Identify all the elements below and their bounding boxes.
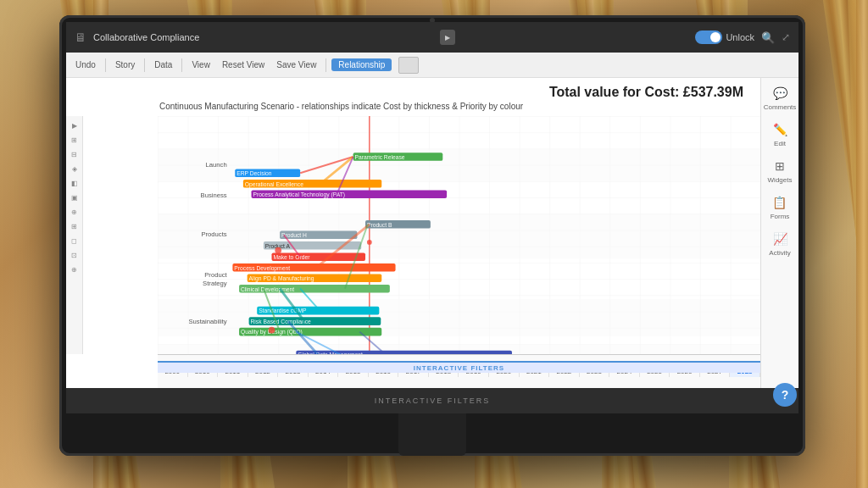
sidebar-item-comments[interactable]: 💬 Comments: [764, 85, 797, 111]
svg-text:Operational Excellence: Operational Excellence: [245, 181, 303, 188]
reset-view-button[interactable]: Reset View: [218, 58, 269, 71]
right-sidebar: 💬 Comments ✏️ Edit ⊞ Widgets 📋 Forms 📈 A…: [760, 78, 798, 388]
data-button[interactable]: Data: [150, 58, 176, 71]
forms-label: Forms: [771, 213, 790, 220]
activity-label: Activity: [769, 249, 790, 257]
topbar-left: 🖥 Collaborative Compliance: [75, 30, 199, 44]
svg-text:Clinical Development: Clinical Development: [241, 286, 294, 293]
svg-point-69: [275, 247, 281, 254]
app-toolbar: Undo Story Data View Reset View Save Vie…: [66, 53, 798, 78]
svg-text:Business: Business: [201, 191, 227, 199]
svg-text:Sustainability: Sustainability: [188, 318, 226, 325]
svg-text:Process Analytical Technology : Process Analytical Technology (PAT): [253, 191, 345, 198]
svg-text:Strategy: Strategy: [203, 280, 227, 287]
nav-icon-8[interactable]: ⊞: [69, 220, 81, 232]
edit-icon: ✏️: [771, 121, 788, 138]
chart-subtitle: Continuous Manufacturing Scenario - rela…: [159, 102, 523, 111]
edit-label: Edit: [774, 140, 786, 147]
toggle-switch[interactable]: [695, 30, 722, 44]
relationship-tab[interactable]: Relationship: [331, 58, 392, 71]
unlock-toggle[interactable]: Unlock: [695, 30, 754, 44]
nav-icon-2[interactable]: ⊞: [69, 134, 81, 146]
nav-icon-4[interactable]: ◈: [69, 163, 81, 175]
comments-label: Comments: [764, 103, 797, 111]
svg-rect-2: [158, 214, 760, 258]
save-view-button[interactable]: Save View: [272, 58, 320, 71]
nav-icon-6[interactable]: ▣: [69, 191, 81, 203]
svg-point-71: [367, 240, 372, 245]
activity-icon: 📈: [771, 230, 788, 247]
svg-point-70: [269, 327, 275, 334]
svg-text:Process Development: Process Development: [234, 265, 290, 272]
story-button[interactable]: Story: [111, 58, 139, 71]
view-button[interactable]: View: [187, 58, 214, 71]
interactive-filters-label: INTERACTIVE FILTERS: [414, 364, 504, 372]
topbar-center: ▶: [440, 30, 455, 45]
help-button[interactable]: ?: [773, 383, 797, 407]
monitor-stand: [398, 413, 466, 456]
unlock-label: Unlock: [726, 32, 754, 42]
nav-icon-3[interactable]: ⊟: [69, 148, 81, 160]
sep3: [181, 58, 182, 72]
nav-icon-7[interactable]: ⊕: [69, 206, 81, 218]
svg-text:Standardise cGMP: Standardise cGMP: [259, 308, 307, 314]
nav-icon-10[interactable]: ⊡: [69, 249, 81, 261]
widgets-label: Widgets: [768, 176, 793, 184]
sidebar-item-edit[interactable]: ✏️ Edit: [771, 121, 788, 147]
monitor-icon: 🖥: [75, 30, 86, 44]
monitor-screen: 🖥 Collaborative Compliance ▶ Unlock 🔍 ⤢ …: [66, 22, 798, 413]
monitor: 🖥 Collaborative Compliance ▶ Unlock 🔍 ⤢ …: [59, 15, 805, 456]
left-nav: ▶ ⊞ ⊟ ◈ ◧ ▣ ⊕ ⊞ ◻ ⊡ ⊕: [66, 116, 83, 354]
toggle-knob: [710, 32, 721, 42]
app-topbar: 🖥 Collaborative Compliance ▶ Unlock 🔍 ⤢: [66, 22, 798, 53]
nav-icon-1[interactable]: ▶: [69, 119, 81, 131]
bottom-bar: INTERACTIVE FILTERS: [66, 388, 798, 413]
sep2: [144, 58, 145, 72]
play-button[interactable]: ▶: [440, 30, 455, 45]
svg-text:Product: Product: [204, 271, 227, 279]
svg-text:Make to Order: Make to Order: [273, 254, 310, 260]
icon-btn[interactable]: [398, 57, 419, 74]
svg-text:Product B: Product B: [367, 222, 392, 228]
bottom-label: INTERACTIVE FILTERS: [375, 396, 490, 405]
sep1: [105, 58, 106, 72]
chart-title: Total value for Cost: £537.39M: [549, 85, 743, 100]
expand-icon[interactable]: ⤢: [782, 31, 790, 43]
interactive-filters[interactable]: INTERACTIVE FILTERS: [158, 361, 760, 373]
nav-icon-9[interactable]: ◻: [69, 235, 81, 247]
sep4: [326, 58, 326, 72]
nav-icon-5[interactable]: ◧: [69, 177, 81, 189]
gantt-chart: Launch Business Products Product Strateg…: [158, 116, 760, 388]
widgets-icon: ⊞: [771, 158, 788, 175]
svg-text:Launch: Launch: [205, 161, 226, 169]
chart-container: Total value for Cost: £537.39M Continuou…: [66, 78, 760, 388]
svg-text:Align PD & Manufacturing: Align PD & Manufacturing: [249, 275, 314, 282]
forms-icon: 📋: [771, 194, 788, 211]
comments-icon: 💬: [771, 85, 788, 102]
svg-text:Products: Products: [201, 230, 226, 238]
svg-text:ERP Decision: ERP Decision: [236, 170, 272, 176]
search-icon[interactable]: 🔍: [761, 31, 775, 44]
svg-text:Parametric Release: Parametric Release: [355, 154, 405, 160]
sidebar-item-widgets[interactable]: ⊞ Widgets: [768, 158, 793, 184]
app-title: Collaborative Compliance: [93, 32, 199, 42]
sidebar-item-forms[interactable]: 📋 Forms: [771, 194, 790, 220]
nav-icon-11[interactable]: ⊕: [69, 263, 81, 275]
main-content: Total value for Cost: £537.39M Continuou…: [66, 78, 760, 388]
topbar-right: Unlock 🔍 ⤢: [695, 30, 790, 44]
sidebar-item-activity[interactable]: 📈 Activity: [769, 230, 790, 257]
undo-button[interactable]: Undo: [71, 58, 100, 71]
